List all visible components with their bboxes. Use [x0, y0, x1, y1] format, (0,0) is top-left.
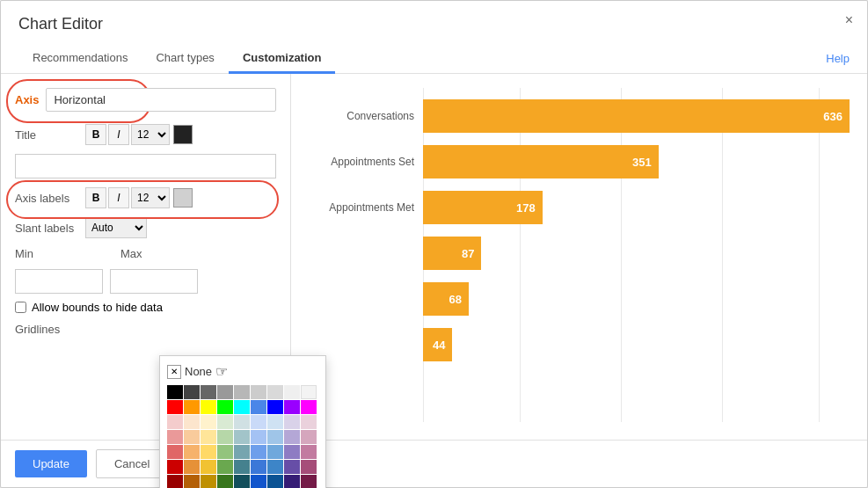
update-button[interactable]: Update — [15, 450, 87, 477]
title-bold-button[interactable]: B — [85, 124, 106, 145]
color-cell[interactable] — [301, 445, 317, 459]
color-cell[interactable] — [251, 430, 266, 444]
color-cell[interactable] — [167, 415, 183, 429]
color-cell[interactable] — [201, 445, 216, 459]
bar-track: 44 — [423, 325, 850, 364]
axislabels-italic-button[interactable]: I — [108, 187, 129, 208]
color-cell[interactable] — [301, 430, 317, 444]
tab-customization[interactable]: Customization — [229, 44, 336, 74]
color-cell[interactable] — [167, 475, 183, 488]
min-input[interactable] — [15, 269, 103, 294]
title-input[interactable] — [15, 154, 276, 178]
bar-row: 44 — [309, 325, 850, 364]
dialog-header: Chart Editor × Recommendations Chart typ… — [1, 1, 867, 74]
color-cell[interactable] — [251, 400, 266, 414]
color-cell[interactable] — [301, 385, 317, 399]
gridlines-label: Gridlines — [15, 323, 276, 336]
tab-chart-types[interactable]: Chart types — [142, 44, 228, 74]
color-cell[interactable] — [217, 430, 233, 444]
slant-select[interactable]: Auto0°45°90° — [85, 217, 147, 238]
color-cell[interactable] — [167, 445, 183, 459]
color-cell[interactable] — [267, 415, 283, 429]
color-cell[interactable] — [284, 415, 300, 429]
color-cell[interactable] — [234, 445, 250, 459]
color-cell[interactable] — [217, 460, 233, 474]
close-button[interactable]: × — [845, 13, 853, 27]
color-cell[interactable] — [201, 415, 216, 429]
tab-bar: Recommendations Chart types Customizatio… — [18, 44, 850, 73]
color-cell[interactable] — [234, 415, 250, 429]
color-cell[interactable] — [251, 445, 266, 459]
dialog-title: Chart Editor — [18, 15, 850, 33]
bar-fill: 44 — [423, 328, 452, 361]
color-cell[interactable] — [284, 445, 300, 459]
color-cell[interactable] — [267, 475, 283, 488]
cursor-icon: ☞ — [215, 363, 228, 380]
color-cell[interactable] — [184, 385, 200, 399]
color-cell[interactable] — [234, 430, 250, 444]
color-cell[interactable] — [234, 400, 250, 414]
axislabels-bold-button[interactable]: B — [85, 187, 106, 208]
none-check: ✕ — [167, 365, 181, 379]
color-cell[interactable] — [234, 475, 250, 488]
title-italic-button[interactable]: I — [108, 124, 129, 145]
bar-row: 87 — [309, 234, 850, 273]
axis-select[interactable]: Horizontal Vertical — [46, 88, 276, 112]
max-input[interactable] — [110, 269, 198, 294]
cancel-button[interactable]: Cancel — [96, 449, 168, 478]
none-option-row[interactable]: ✕ None ☞ — [167, 363, 318, 380]
color-cell[interactable] — [301, 400, 317, 414]
color-cell[interactable] — [267, 445, 283, 459]
color-cell[interactable] — [284, 475, 300, 488]
color-cell[interactable] — [167, 460, 183, 474]
color-cell[interactable] — [267, 400, 283, 414]
color-cell[interactable] — [184, 475, 200, 488]
color-cell[interactable] — [201, 460, 216, 474]
color-cell[interactable] — [201, 400, 216, 414]
color-cell[interactable] — [251, 415, 266, 429]
color-cell[interactable] — [267, 430, 283, 444]
color-cell[interactable] — [301, 415, 317, 429]
color-cell[interactable] — [284, 460, 300, 474]
color-cell[interactable] — [251, 460, 266, 474]
color-cell[interactable] — [217, 415, 233, 429]
color-cell[interactable] — [251, 385, 266, 399]
allow-bounds-row: Allow bounds to hide data — [15, 301, 276, 314]
color-cell[interactable] — [184, 460, 200, 474]
color-cell[interactable] — [184, 445, 200, 459]
bar-label: Appointments Set — [309, 156, 423, 168]
slant-labels-row: Slant labels Auto0°45°90° — [15, 217, 276, 238]
color-cell[interactable] — [184, 400, 200, 414]
axislabels-size-select[interactable]: 1214 — [131, 187, 170, 208]
color-cell[interactable] — [234, 385, 250, 399]
color-cell[interactable] — [284, 400, 300, 414]
color-cell[interactable] — [167, 385, 183, 399]
tab-recommendations[interactable]: Recommendations — [18, 44, 142, 74]
color-cell[interactable] — [284, 430, 300, 444]
color-cell[interactable] — [267, 460, 283, 474]
color-cell[interactable] — [201, 475, 216, 488]
title-size-select[interactable]: 121416 — [131, 124, 170, 145]
allow-bounds-label: Allow bounds to hide data — [32, 301, 163, 314]
color-cell[interactable] — [184, 415, 200, 429]
color-cell[interactable] — [217, 385, 233, 399]
color-cell[interactable] — [167, 430, 183, 444]
color-cell[interactable] — [201, 430, 216, 444]
color-cell[interactable] — [184, 430, 200, 444]
color-cell[interactable] — [267, 385, 283, 399]
color-cell[interactable] — [167, 400, 183, 414]
color-cell[interactable] — [217, 445, 233, 459]
color-cell[interactable] — [284, 385, 300, 399]
color-cell[interactable] — [217, 400, 233, 414]
axislabels-color-swatch[interactable] — [173, 188, 193, 208]
title-color-swatch[interactable] — [173, 125, 193, 144]
color-cell[interactable] — [234, 460, 250, 474]
color-cell[interactable] — [217, 475, 233, 488]
color-cell[interactable] — [301, 460, 317, 474]
color-cell[interactable] — [201, 385, 216, 399]
help-link[interactable]: Help — [826, 52, 850, 65]
allow-bounds-checkbox[interactable] — [15, 302, 26, 313]
chart-area: Conversations 636 Appointments Set 351 — [309, 88, 850, 422]
color-cell[interactable] — [251, 475, 266, 488]
color-cell[interactable] — [301, 475, 317, 488]
